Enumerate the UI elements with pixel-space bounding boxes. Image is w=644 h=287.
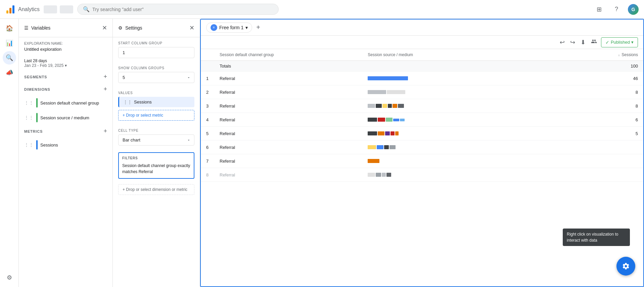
bar-segment xyxy=(395,131,399,135)
main-layout: 🏠 📊 🔍 📣 ⚙ ☰ Variables ✕ EXPLORATION NAME… xyxy=(0,19,644,287)
channel-cell: Referral xyxy=(214,168,362,182)
publish-btn[interactable]: ✓ Published ▾ xyxy=(601,37,638,47)
date-range-label: Last 28 days xyxy=(24,58,107,63)
sidebar-item-settings[interactable]: ⚙ xyxy=(3,271,16,284)
search-input[interactable] xyxy=(92,7,273,12)
dimension-item-channel-group[interactable]: ⋮⋮ Session default channel group xyxy=(19,95,112,110)
start-column-group-section: START COLUMN GROUP xyxy=(113,37,200,62)
exploration-toolbar: ↩ ↪ ⬇ ✓ Published ▾ xyxy=(201,36,643,49)
app-logo: Analytics xyxy=(5,4,40,14)
sessions-cell xyxy=(490,168,643,182)
bar-segment xyxy=(382,173,386,177)
channel-cell: Referral xyxy=(214,140,362,154)
show-column-groups-select[interactable]: 5 10 20 xyxy=(118,72,194,83)
variables-panel: ☰ Variables ✕ EXPLORATION NAME: Untitled… xyxy=(19,19,113,287)
date-range[interactable]: Last 28 days Jan 23 - Feb 19, 2025 ▾ xyxy=(19,56,112,71)
drop-metric-btn[interactable]: + Drop or select metric xyxy=(118,110,194,121)
bar-cell xyxy=(362,127,490,140)
bar-segment xyxy=(386,173,391,177)
bar-segment xyxy=(385,131,390,135)
row-num: 7 xyxy=(201,154,214,168)
variables-close-btn[interactable]: ✕ xyxy=(102,24,107,32)
col-header-channel[interactable]: Session default channel group xyxy=(214,49,362,61)
exploration-name: Untitled exploration xyxy=(19,46,112,56)
metrics-section: METRICS + xyxy=(19,125,112,137)
bar-segment xyxy=(368,76,408,80)
col-header-source[interactable]: Session source / medium xyxy=(362,49,490,61)
dimensions-section: DIMENSIONS + xyxy=(19,83,112,95)
help-icon[interactable]: ? xyxy=(610,3,623,15)
undo-btn[interactable]: ↩ xyxy=(558,37,566,47)
drop-dimension-btn[interactable]: + Drop or select dimension or metric xyxy=(118,184,194,195)
chevron-down-icon: ▾ xyxy=(65,63,67,68)
bar-segment xyxy=(377,145,383,149)
apps-icon[interactable]: ⊞ xyxy=(593,3,605,15)
add-metric-btn[interactable]: + xyxy=(103,128,107,135)
sidebar-item-explore[interactable]: 🔍 xyxy=(3,51,16,65)
dimension-color-bar xyxy=(36,98,38,108)
topbar-right: ⊞ ? G xyxy=(593,3,639,15)
download-btn[interactable]: ⬇ xyxy=(579,37,587,47)
share-btn[interactable] xyxy=(590,37,598,47)
start-column-input[interactable] xyxy=(118,47,194,58)
settings-gear-icon: ⚙ xyxy=(118,25,123,31)
cell-type-select[interactable]: Bar chart Heat map Plain text xyxy=(118,134,194,146)
tooltip-text: Right click on visualization to interact… xyxy=(567,232,618,243)
totals-sessions: 100 xyxy=(490,61,643,72)
check-icon: ✓ xyxy=(605,40,609,45)
segments-label: SEGMENTS xyxy=(24,75,47,79)
app-name: Analytics xyxy=(18,6,40,12)
metric-item-sessions[interactable]: ⋮⋮ Sessions xyxy=(19,137,112,152)
sidebar-item-home[interactable]: 🏠 xyxy=(3,22,16,35)
redo-btn[interactable]: ↪ xyxy=(569,37,577,47)
add-dimension-btn[interactable]: + xyxy=(103,86,107,93)
avatar[interactable]: G xyxy=(628,4,639,15)
table-row: 4 Referral xyxy=(201,113,643,127)
bar-segment xyxy=(400,119,405,121)
dimension-name: Session source / medium xyxy=(40,115,89,120)
freeform-tab[interactable]: ≡ Free form 1 ▾ xyxy=(206,23,252,33)
totals-source xyxy=(362,61,490,72)
values-label: VALUES xyxy=(118,91,194,95)
segments-section: SEGMENTS + xyxy=(19,71,112,83)
table-row: 3 Referral xyxy=(201,99,643,113)
sessions-value-label: Sessions xyxy=(134,99,152,105)
nav-pills xyxy=(44,5,73,13)
col-header-num xyxy=(201,49,214,61)
add-tab-btn[interactable]: + xyxy=(256,24,260,31)
variables-panel-header: ☰ Variables ✕ xyxy=(19,19,112,37)
table-row: 1 Referral 46 xyxy=(201,72,643,85)
sort-down-icon: ↓ xyxy=(618,53,620,57)
channel-cell: Referral xyxy=(214,72,362,85)
values-section: VALUES ⋮⋮ Sessions + Drop or select metr… xyxy=(113,87,200,125)
sessions-cell xyxy=(490,154,643,168)
sessions-value-tag[interactable]: ⋮⋮ Sessions xyxy=(118,97,194,107)
col-header-sessions[interactable]: ↓ Sessions xyxy=(490,49,643,61)
bar-segment xyxy=(376,173,381,177)
tab-name: Free form 1 xyxy=(219,25,243,30)
dimension-name: Session default channel group xyxy=(40,100,99,106)
bar-segment xyxy=(388,104,392,108)
channel-cell: Referral xyxy=(214,154,362,168)
add-segment-btn[interactable]: + xyxy=(103,73,107,80)
sidebar-item-reports[interactable]: 📊 xyxy=(3,36,16,50)
totals-num xyxy=(201,61,214,72)
table-row: 2 Referral 8 xyxy=(201,85,643,99)
nav-pill-2 xyxy=(60,5,73,13)
sessions-cell: 8 xyxy=(490,85,643,99)
date-range-value: Jan 23 - Feb 19, 2025 ▾ xyxy=(24,63,107,68)
cell-type-label: CELL TYPE xyxy=(118,129,194,132)
channel-cell: Referral xyxy=(214,99,362,113)
sessions-cell: 6 xyxy=(490,113,643,127)
tab-icon: ≡ xyxy=(213,26,215,29)
fab-btn[interactable] xyxy=(616,257,635,276)
dimension-item-source-medium[interactable]: ⋮⋮ Session source / medium xyxy=(19,110,112,125)
settings-close-btn[interactable]: ✕ xyxy=(189,24,194,32)
sidebar-item-advertising[interactable]: 📣 xyxy=(3,66,16,79)
data-table-area[interactable]: Session default channel group Session so… xyxy=(201,49,643,286)
bar-cell xyxy=(362,154,490,168)
svg-rect-0 xyxy=(6,10,8,13)
search-bar[interactable]: 🔍 xyxy=(77,4,279,15)
publish-label: Published xyxy=(611,40,630,45)
filter-item[interactable]: Session default channel group exactly ma… xyxy=(122,163,190,175)
